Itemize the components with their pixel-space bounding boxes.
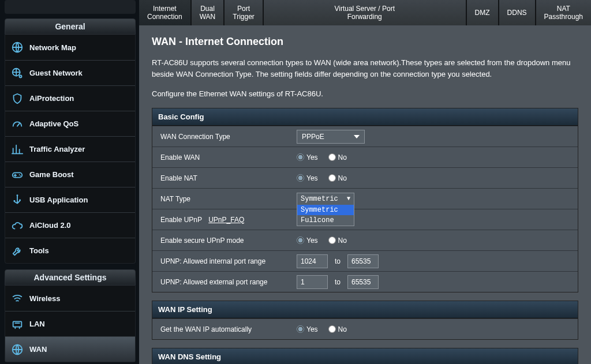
tab-nat-passthrough[interactable]: NAT Passthrough [536, 0, 591, 25]
dropdown-option-fullcone[interactable]: Fullcone [297, 215, 354, 226]
svg-point-5 [20, 175, 21, 176]
sidebar-item-guest-network[interactable]: Guest Network [5, 60, 135, 85]
main: Internet Connection Dual WAN Port Trigge… [139, 0, 591, 364]
svg-point-2 [19, 75, 21, 77]
page-description-2: Configure the Ethernet WAN settings of R… [152, 88, 578, 100]
row-wan-connection-type: WAN Connection Type PPPoE [152, 126, 578, 147]
dropdown-option-symmetric[interactable]: Symmetric [297, 205, 354, 215]
range-separator: to [335, 257, 341, 265]
sidebar-item-label: LAN [29, 320, 45, 328]
globe-grid-icon [11, 41, 24, 54]
cloud-icon [11, 219, 24, 232]
sidebar-item-wireless[interactable]: Wireless [5, 286, 135, 311]
row-nat-type: NAT Type Symmetric ▼ Symmetric Fullcone [152, 188, 578, 209]
label-enable-upnp: Enable UPnP UPnP_FAQ [152, 211, 291, 228]
sidebar-item-aicloud[interactable]: AiCloud 2.0 [5, 212, 135, 238]
input-upnp-external-to[interactable] [347, 275, 379, 289]
lan-icon [11, 318, 24, 331]
page-title: WAN - Internet Connection [152, 36, 578, 48]
sidebar-item-aiprotection[interactable]: AiProtection [5, 85, 135, 111]
input-upnp-internal-from[interactable] [297, 254, 328, 268]
dropdown-nat-type-selected[interactable]: Symmetric ▼ [297, 193, 354, 205]
chart-icon [11, 143, 24, 156]
tab-ddns[interactable]: DDNS [499, 0, 536, 25]
sidebar-item-label: AiCloud 2.0 [29, 221, 71, 230]
row-enable-upnp: Enable UPnP UPnP_FAQ [152, 209, 578, 230]
label-enable-wan: Enable WAN [152, 149, 291, 166]
link-upnp-faq[interactable]: UPnP_FAQ [208, 216, 244, 224]
svg-point-4 [19, 174, 20, 175]
row-upnp-internal-range: UPNP: Allowed internal port range to [152, 250, 578, 271]
tab-bar: Internet Connection Dual WAN Port Trigge… [139, 0, 591, 25]
sidebar-item-label: Guest Network [29, 69, 83, 77]
radio-enable-wan-no[interactable]: No [328, 153, 347, 162]
radio-wan-ip-yes[interactable]: Yes [297, 325, 318, 333]
sidebar-item-adaptive-qos[interactable]: Adaptive QoS [5, 111, 135, 136]
page-description-1: RT-AC86U supports several connection typ… [152, 57, 578, 80]
tab-internet-connection[interactable]: Internet Connection [139, 0, 192, 25]
chevron-down-icon: ▼ [347, 196, 350, 202]
tab-virtual-server[interactable]: Virtual Server / Port Forwarding [264, 0, 467, 25]
gamepad-icon [11, 168, 24, 181]
sidebar-header-advanced: Advanced Settings [5, 269, 136, 286]
input-upnp-external-from[interactable] [297, 275, 328, 289]
sidebar-item-label: USB Application [29, 196, 88, 204]
row-enable-secure-upnp: Enable secure UPnP mode Yes No [152, 230, 578, 250]
sidebar-item-label: Network Map [29, 43, 76, 52]
sidebar-header-general: General [5, 18, 136, 35]
sidebar-item-usb-application[interactable]: USB Application [5, 187, 135, 212]
panel-wan-ip: WAN IP Setting Get the WAN IP automatica… [152, 301, 578, 340]
wifi-icon [11, 292, 24, 305]
sidebar-item-label: Tools [29, 246, 49, 255]
sidebar-item-game-boost[interactable]: Game Boost [5, 162, 135, 187]
sidebar-item-traffic-analyzer[interactable]: Traffic Analyzer [5, 136, 135, 162]
tab-dmz[interactable]: DMZ [467, 0, 499, 25]
tab-dual-wan[interactable]: Dual WAN [192, 0, 225, 25]
label-enable-nat: Enable NAT [152, 170, 291, 187]
svg-rect-9 [13, 321, 22, 327]
select-wan-connection-type[interactable]: PPPoE [297, 130, 365, 144]
page-body: WAN - Internet Connection RT-AC86U suppo… [139, 25, 591, 364]
sidebar-item-label: Traffic Analyzer [29, 145, 85, 153]
label-upnp-external: UPNP: Allowed external port range [152, 273, 291, 291]
sidebar-item-label: Wireless [29, 294, 60, 303]
svg-point-6 [17, 194, 18, 196]
shield-icon [11, 92, 24, 105]
sidebar-item-label: Adaptive QoS [29, 119, 78, 128]
sidebar-item-label: WAN [29, 345, 47, 354]
label-upnp-internal: UPNP: Allowed internal port range [152, 253, 291, 270]
radio-wan-ip-no[interactable]: No [328, 325, 347, 333]
radio-enable-nat-yes[interactable]: Yes [297, 174, 318, 182]
usb-icon [11, 194, 24, 207]
sidebar-general-menu: Network Map Guest Network AiProtection A… [5, 35, 136, 264]
panel-wan-dns: WAN DNS Setting Connect to DNS Server au… [152, 348, 578, 364]
radio-enable-wan-yes[interactable]: Yes [297, 153, 318, 162]
range-separator: to [335, 278, 341, 286]
sidebar: General Network Map Guest Network AiProt… [0, 0, 139, 364]
row-upnp-external-range: UPNP: Allowed external port range to [152, 271, 578, 292]
input-upnp-internal-to[interactable] [347, 254, 379, 268]
tab-port-trigger[interactable]: Port Trigger [225, 0, 264, 25]
radio-enable-nat-no[interactable]: No [328, 174, 347, 182]
sidebar-item-network-map[interactable]: Network Map [5, 35, 135, 60]
panel-title-wan-dns: WAN DNS Setting [152, 348, 578, 364]
wrench-icon [11, 245, 24, 257]
row-wan-ip-auto: Get the WAN IP automatically Yes No [152, 318, 578, 339]
panel-basic-config: Basic Config WAN Connection Type PPPoE E… [152, 108, 578, 292]
sidebar-item-wan[interactable]: WAN [5, 336, 135, 362]
panel-title-basic: Basic Config [152, 108, 578, 126]
sidebar-item-tools[interactable]: Tools [5, 238, 135, 263]
row-enable-wan: Enable WAN Yes No [152, 147, 578, 167]
sidebar-item-label: Game Boost [29, 170, 74, 179]
svg-rect-7 [14, 200, 16, 202]
panel-title-wan-ip: WAN IP Setting [152, 301, 578, 318]
sidebar-item-label: AiProtection [29, 94, 74, 103]
radio-secure-upnp-no[interactable]: No [328, 237, 347, 245]
label-enable-secure-upnp: Enable secure UPnP mode [152, 232, 291, 249]
sidebar-advanced-menu: Wireless LAN WAN [5, 286, 136, 362]
sidebar-item-lan[interactable]: LAN [5, 311, 135, 336]
row-enable-nat: Enable NAT Yes No [152, 167, 578, 188]
dropdown-nat-type-open[interactable]: Symmetric ▼ Symmetric Fullcone [297, 193, 354, 226]
radio-secure-upnp-yes[interactable]: Yes [297, 237, 318, 245]
label-wan-connection-type: WAN Connection Type [152, 128, 291, 145]
